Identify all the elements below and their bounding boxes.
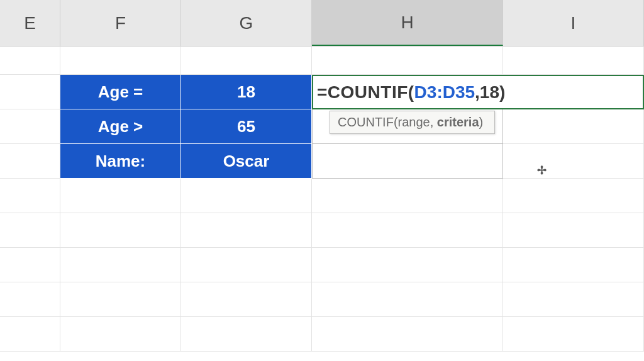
cell-G7[interactable] xyxy=(181,248,312,282)
cell-I9[interactable] xyxy=(503,317,644,352)
row-7 xyxy=(0,248,644,282)
cell-H7[interactable] xyxy=(312,248,503,282)
cell-E9[interactable] xyxy=(0,317,60,352)
tooltip-arg2: criteria xyxy=(437,115,479,129)
label-age-equals[interactable]: Age = xyxy=(60,75,181,109)
cell-E7[interactable] xyxy=(0,248,60,282)
row-6 xyxy=(0,213,644,248)
row-3: Age > 65 xyxy=(0,109,644,144)
value-age-equals[interactable]: 18 xyxy=(181,75,312,109)
cell-I6[interactable] xyxy=(503,213,644,248)
cell-F9[interactable] xyxy=(60,317,181,352)
cell-F5[interactable] xyxy=(60,179,181,213)
column-header-row: E F G H I xyxy=(0,0,644,47)
cell-H9[interactable] xyxy=(312,317,503,352)
cell-E8[interactable] xyxy=(0,282,60,317)
row-4: Name: Oscar xyxy=(0,144,644,179)
formula-range: D3:D35 xyxy=(414,82,475,103)
column-header-E[interactable]: E xyxy=(0,0,60,46)
column-header-F[interactable]: F xyxy=(60,0,181,46)
cell-H8[interactable] xyxy=(312,282,503,317)
cell-F8[interactable] xyxy=(60,282,181,317)
formula-input-cell[interactable]: =COUNTIF(D3:D35,18) xyxy=(312,75,503,109)
row-8 xyxy=(0,282,644,317)
tooltip-arg1: range xyxy=(398,115,430,129)
formula-prefix: =COUNTIF( xyxy=(317,82,414,103)
cell-H5[interactable] xyxy=(312,179,503,213)
cell-F7[interactable] xyxy=(60,248,181,282)
cell-E2[interactable] xyxy=(0,75,60,109)
cell-H6[interactable] xyxy=(312,213,503,248)
formula-tooltip: COUNTIF(range, criteria) xyxy=(330,111,495,134)
row-9 xyxy=(0,317,644,352)
value-age-greater[interactable]: 65 xyxy=(181,109,312,144)
cell-G9[interactable] xyxy=(181,317,312,352)
column-header-I[interactable]: I xyxy=(503,0,644,46)
cell-G6[interactable] xyxy=(181,213,312,248)
row-5 xyxy=(0,179,644,213)
tooltip-fn: COUNTIF xyxy=(338,115,394,129)
column-header-G[interactable]: G xyxy=(181,0,312,46)
tooltip-close: ) xyxy=(479,115,484,129)
column-header-H[interactable]: H xyxy=(312,0,503,46)
row-2: Age = 18 =COUNTIF(D3:D35,18) xyxy=(0,75,644,109)
cell-I2[interactable] xyxy=(503,75,644,109)
row-1 xyxy=(0,47,644,75)
cell-G5[interactable] xyxy=(181,179,312,213)
cell-I5[interactable] xyxy=(503,179,644,213)
cell-F6[interactable] xyxy=(60,213,181,248)
cell-G8[interactable] xyxy=(181,282,312,317)
cell-G1[interactable] xyxy=(181,47,312,75)
cell-I1[interactable] xyxy=(503,47,644,75)
tooltip-open: ( xyxy=(394,115,398,129)
cell-H4[interactable] xyxy=(312,144,503,179)
cell-H1[interactable] xyxy=(312,47,503,75)
cell-I3[interactable] xyxy=(503,109,644,144)
cell-E5[interactable] xyxy=(0,179,60,213)
cell-E1[interactable] xyxy=(0,47,60,75)
label-age-greater[interactable]: Age > xyxy=(60,109,181,144)
formula-suffix: ,18) xyxy=(475,82,505,103)
cell-I4[interactable] xyxy=(503,144,644,179)
cell-E4[interactable] xyxy=(0,144,60,179)
cell-I8[interactable] xyxy=(503,282,644,317)
cell-F1[interactable] xyxy=(60,47,181,75)
spreadsheet-grid: E F G H I Age = 18 =COUNTIF(D3:D35,18) A… xyxy=(0,0,644,361)
cell-E6[interactable] xyxy=(0,213,60,248)
tooltip-sep: , xyxy=(430,115,437,129)
value-name[interactable]: Oscar xyxy=(181,144,312,179)
mouse-cursor-icon: ✢ xyxy=(537,164,547,177)
cell-E3[interactable] xyxy=(0,109,60,144)
cell-I7[interactable] xyxy=(503,248,644,282)
label-name[interactable]: Name: xyxy=(60,144,181,179)
